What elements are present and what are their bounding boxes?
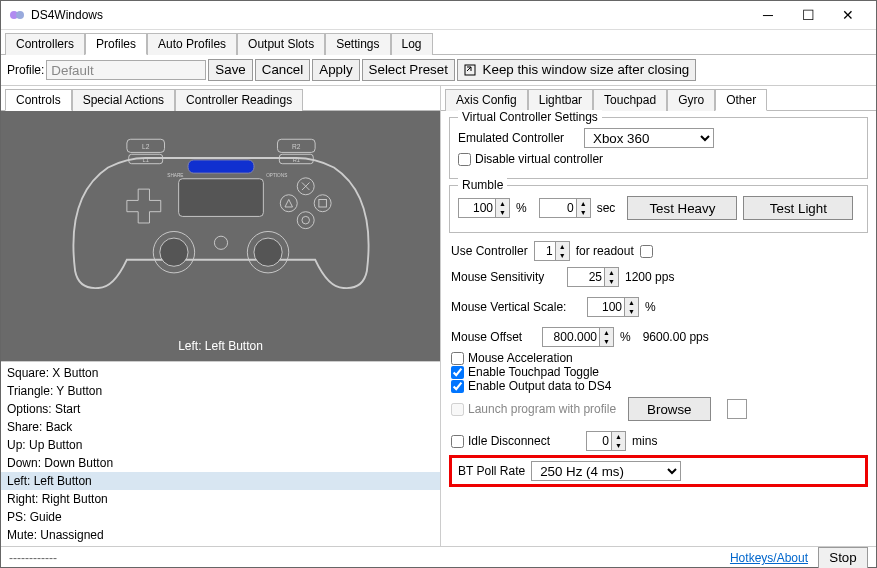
rumble-section: Rumble ▲▼ % ▲▼ sec Test Heavy Test Light bbox=[449, 185, 868, 233]
binding-item[interactable]: Down: Down Button bbox=[1, 454, 440, 472]
mouse-accel-checkbox[interactable]: Mouse Acceleration bbox=[451, 351, 866, 365]
rumble-sec-spinner[interactable]: ▲▼ bbox=[539, 198, 591, 218]
close-button[interactable]: ✕ bbox=[828, 1, 868, 29]
use-controller-label: Use Controller bbox=[451, 244, 528, 258]
app-icon bbox=[9, 7, 25, 23]
footer-status: ------------ bbox=[9, 551, 57, 565]
right-subtabs: Axis Config Lightbar Touchpad Gyro Other bbox=[441, 86, 876, 111]
touchpad-icon bbox=[178, 179, 263, 217]
svg-point-6 bbox=[314, 195, 331, 212]
binding-item[interactable]: Left: Left Button bbox=[1, 472, 440, 490]
tab-settings[interactable]: Settings bbox=[325, 33, 390, 55]
subtab-axisconfig[interactable]: Axis Config bbox=[445, 89, 528, 111]
apply-button[interactable]: Apply bbox=[312, 59, 359, 81]
subtab-other[interactable]: Other bbox=[715, 89, 767, 111]
rumble-pct-spinner[interactable]: ▲▼ bbox=[458, 198, 510, 218]
binding-item[interactable]: Up: Up Button bbox=[1, 436, 440, 454]
readout-checkbox[interactable] bbox=[640, 245, 653, 258]
tab-outputslots[interactable]: Output Slots bbox=[237, 33, 325, 55]
window: DS4Windows ─ ☐ ✕ Controllers Profiles Au… bbox=[0, 0, 877, 568]
mouse-vs-spinner[interactable]: ▲▼ bbox=[587, 297, 639, 317]
mouse-offset-label: Mouse Offset bbox=[451, 330, 536, 344]
main-tabs: Controllers Profiles Auto Profiles Outpu… bbox=[1, 30, 876, 55]
subtab-touchpad[interactable]: Touchpad bbox=[593, 89, 667, 111]
output-ds4-checkbox[interactable]: Enable Output data to DS4 bbox=[451, 379, 866, 393]
subtab-special-actions[interactable]: Special Actions bbox=[72, 89, 175, 111]
svg-point-1 bbox=[16, 11, 24, 19]
profile-label: Profile: bbox=[7, 63, 44, 77]
footer: ------------ Hotkeys/About Stop bbox=[1, 546, 876, 568]
binding-item[interactable]: Options: Start bbox=[1, 400, 440, 418]
binding-item[interactable]: PS: Guide bbox=[1, 508, 440, 526]
window-title: DS4Windows bbox=[31, 8, 748, 22]
minimize-button[interactable]: ─ bbox=[748, 1, 788, 29]
bt-poll-label: BT Poll Rate bbox=[458, 464, 525, 478]
svg-text:L2: L2 bbox=[142, 143, 150, 150]
content: Controls Special Actions Controller Read… bbox=[1, 86, 876, 546]
right-pane: Axis Config Lightbar Touchpad Gyro Other… bbox=[441, 86, 876, 546]
profile-row: Profile: Save Cancel Apply Select Preset… bbox=[1, 55, 876, 86]
svg-point-4 bbox=[297, 212, 314, 229]
subtab-lightbar[interactable]: Lightbar bbox=[528, 89, 593, 111]
bt-poll-highlight: BT Poll Rate 250 Hz (4 ms) bbox=[449, 455, 868, 487]
cancel-button[interactable]: Cancel bbox=[255, 59, 311, 81]
tab-controllers[interactable]: Controllers bbox=[5, 33, 85, 55]
svg-text:SHARE: SHARE bbox=[167, 173, 183, 178]
left-subtabs: Controls Special Actions Controller Read… bbox=[1, 86, 440, 111]
subtab-controls[interactable]: Controls bbox=[5, 89, 72, 111]
subtab-gyro[interactable]: Gyro bbox=[667, 89, 715, 111]
launch-program-checkbox[interactable]: Launch program with profile bbox=[451, 402, 616, 416]
svg-text:L1: L1 bbox=[142, 157, 148, 163]
emulated-controller-label: Emulated Controller bbox=[458, 131, 578, 145]
vc-section-title: Virtual Controller Settings bbox=[458, 110, 602, 124]
binding-item[interactable]: Mute: Unassigned bbox=[1, 526, 440, 544]
stop-button[interactable]: Stop bbox=[818, 547, 868, 568]
touchpad-toggle-checkbox[interactable]: Enable Touchpad Toggle bbox=[451, 365, 866, 379]
emulated-controller-select[interactable]: Xbox 360 bbox=[584, 128, 714, 148]
select-preset-button[interactable]: Select Preset bbox=[362, 59, 455, 81]
binding-item[interactable]: Right: Right Button bbox=[1, 490, 440, 508]
svg-text:OPTIONS: OPTIONS bbox=[266, 173, 287, 178]
svg-point-10 bbox=[159, 238, 187, 266]
resize-icon bbox=[464, 64, 476, 76]
controller-image-area: L2 R2 L1 R1 SHARE OPTIONS Left: Left But… bbox=[1, 111, 440, 361]
controller-hover-label: Left: Left Button bbox=[1, 339, 440, 353]
svg-rect-7 bbox=[318, 199, 326, 207]
binding-item[interactable]: Triangle: Y Button bbox=[1, 382, 440, 400]
lightbar-icon bbox=[188, 160, 254, 173]
binding-list[interactable]: Square: X Button Triangle: Y Button Opti… bbox=[1, 361, 440, 546]
svg-text:R1: R1 bbox=[292, 157, 299, 163]
maximize-button[interactable]: ☐ bbox=[788, 1, 828, 29]
browse-button[interactable]: Browse bbox=[628, 397, 710, 421]
tab-log[interactable]: Log bbox=[391, 33, 433, 55]
idle-disconnect-checkbox[interactable]: Idle Disconnect bbox=[451, 434, 550, 448]
binding-item[interactable]: Share: Back bbox=[1, 418, 440, 436]
virtual-controller-section: Virtual Controller Settings Emulated Con… bbox=[449, 117, 868, 179]
binding-item[interactable]: Square: X Button bbox=[1, 364, 440, 382]
test-light-button[interactable]: Test Light bbox=[743, 196, 853, 220]
subtab-controller-readings[interactable]: Controller Readings bbox=[175, 89, 303, 111]
svg-text:R2: R2 bbox=[292, 143, 301, 150]
mouse-sens-label: Mouse Sensitivity bbox=[451, 270, 561, 284]
left-pane: Controls Special Actions Controller Read… bbox=[1, 86, 441, 546]
hotkeys-about-link[interactable]: Hotkeys/About bbox=[730, 551, 808, 565]
save-button[interactable]: Save bbox=[208, 59, 252, 81]
bt-poll-select[interactable]: 250 Hz (4 ms) bbox=[531, 461, 681, 481]
keep-window-button[interactable]: Keep this window size after closing bbox=[457, 59, 696, 81]
tab-profiles[interactable]: Profiles bbox=[85, 33, 147, 55]
use-controller-spinner[interactable]: ▲▼ bbox=[534, 241, 570, 261]
mouse-sens-spinner[interactable]: ▲▼ bbox=[567, 267, 619, 287]
titlebar: DS4Windows ─ ☐ ✕ bbox=[1, 1, 876, 30]
controller-image[interactable]: L2 R2 L1 R1 SHARE OPTIONS bbox=[61, 111, 381, 299]
test-heavy-button[interactable]: Test Heavy bbox=[627, 196, 737, 220]
mouse-vs-label: Mouse Vertical Scale: bbox=[451, 300, 581, 314]
tab-autoprofiles[interactable]: Auto Profiles bbox=[147, 33, 237, 55]
ps-icon bbox=[214, 236, 227, 249]
idle-spinner[interactable]: ▲▼ bbox=[586, 431, 626, 451]
profile-name-input[interactable] bbox=[46, 60, 206, 80]
rumble-section-title: Rumble bbox=[458, 178, 507, 192]
svg-point-8 bbox=[301, 216, 309, 224]
disable-vc-checkbox[interactable]: Disable virtual controller bbox=[458, 152, 603, 166]
mouse-offset-spinner[interactable]: ▲▼ bbox=[542, 327, 614, 347]
svg-point-5 bbox=[280, 195, 297, 212]
